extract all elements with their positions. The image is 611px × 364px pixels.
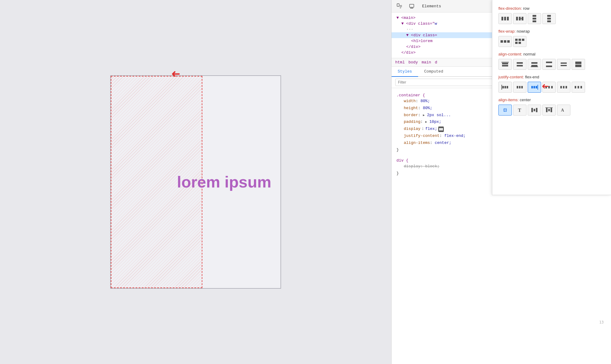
align-content-center-btn[interactable] <box>513 59 526 70</box>
justify-content-start-btn[interactable] <box>498 82 512 93</box>
svg-rect-5 <box>441 128 442 130</box>
css-selector-container[interactable]: .container { <box>396 93 425 98</box>
preview-container: ➜ lorem ipsum <box>110 75 281 289</box>
align-items-center-btn[interactable] <box>528 105 541 116</box>
svg-rect-22 <box>507 40 510 43</box>
svg-rect-39 <box>561 65 567 66</box>
device-icon[interactable] <box>407 2 416 10</box>
flex-wrap-icons <box>498 36 605 47</box>
justify-content-section: justify-content: flex-end ➜ <box>498 75 605 93</box>
svg-rect-25 <box>522 39 524 41</box>
inspector-icon[interactable] <box>395 2 404 10</box>
svg-rect-71 <box>551 108 552 112</box>
svg-rect-43 <box>502 86 504 88</box>
flex-direction-row-reverse-btn[interactable] <box>513 13 526 24</box>
flex-wrap-wrap-btn[interactable] <box>513 36 526 47</box>
svg-rect-34 <box>531 65 537 66</box>
flex-direction-column-reverse-btn[interactable] <box>542 13 556 24</box>
flex-direction-section: flex-direction: row <box>498 6 605 24</box>
tab-styles[interactable]: Styles <box>392 67 418 77</box>
justify-content-icons: ➜ <box>498 82 605 93</box>
svg-rect-47 <box>519 86 521 88</box>
svg-rect-56 <box>560 86 562 88</box>
svg-rect-57 <box>563 86 565 88</box>
svg-rect-48 <box>521 86 523 88</box>
svg-rect-44 <box>504 86 506 88</box>
svg-rect-15 <box>533 18 536 20</box>
svg-rect-9 <box>507 17 509 20</box>
svg-rect-18 <box>547 18 551 20</box>
lorem-text: lorem ipsum <box>177 173 271 191</box>
svg-rect-60 <box>578 86 579 88</box>
flex-wrap-label: flex-wrap: nowrap <box>498 29 605 34</box>
svg-rect-70 <box>548 109 550 111</box>
svg-rect-37 <box>546 66 552 67</box>
justify-content-space-around-btn[interactable] <box>557 82 570 93</box>
align-content-space-between-btn[interactable] <box>542 59 556 70</box>
css-selector-div[interactable]: div { <box>396 158 408 163</box>
align-content-stretch-btn[interactable] <box>572 59 585 70</box>
align-content-value: normal <box>523 52 536 56</box>
flex-direction-icons <box>498 13 605 24</box>
svg-rect-0 <box>397 4 399 6</box>
align-content-label: align-content: normal <box>498 52 605 56</box>
align-content-start-btn[interactable] <box>498 59 512 70</box>
breadcrumb-body[interactable]: body <box>408 60 418 65</box>
svg-rect-31 <box>517 62 523 64</box>
preview-area: ➜ lorem ipsum <box>0 0 391 364</box>
svg-rect-46 <box>517 86 518 88</box>
svg-rect-41 <box>575 65 581 67</box>
align-items-value: center <box>520 98 531 102</box>
line-number: 13 <box>599 320 604 324</box>
flex-direction-row-btn[interactable] <box>498 13 512 24</box>
arrow-flex-end-icon: ➜ <box>542 81 549 91</box>
align-items-flex-end-btn[interactable] <box>542 105 556 116</box>
flex-direction-value: row <box>523 6 530 11</box>
svg-rect-32 <box>517 65 523 66</box>
svg-rect-4 <box>439 128 440 130</box>
flex-panel: flex-direction: row flex-wrap: n <box>492 0 611 195</box>
justify-content-label: justify-content: flex-end <box>498 75 605 79</box>
svg-rect-61 <box>580 86 582 88</box>
flex-wrap-nowrap-btn[interactable] <box>498 36 512 47</box>
align-items-section: align-items: center T <box>498 98 605 116</box>
svg-rect-8 <box>504 17 506 20</box>
svg-rect-23 <box>515 39 518 41</box>
breadcrumb-d[interactable]: d <box>435 60 437 65</box>
svg-rect-67 <box>534 109 535 111</box>
svg-rect-7 <box>501 17 503 20</box>
tab-computed[interactable]: Computed <box>418 67 449 77</box>
svg-rect-30 <box>502 65 508 66</box>
justify-content-space-evenly-btn[interactable] <box>572 82 585 93</box>
svg-rect-49 <box>531 86 533 88</box>
svg-rect-55 <box>551 86 553 88</box>
flex-direction-label: flex-direction: row <box>498 6 605 11</box>
align-items-flex-start-btn[interactable]: T <box>513 105 526 116</box>
svg-rect-16 <box>533 20 536 22</box>
align-content-end-btn[interactable] <box>528 59 541 70</box>
justify-content-flex-end-btn[interactable] <box>528 82 541 93</box>
align-content-space-around-btn[interactable] <box>557 59 570 70</box>
svg-rect-40 <box>575 62 581 64</box>
arrow-preview-icon: ➜ <box>171 67 180 80</box>
svg-rect-21 <box>504 40 506 43</box>
breadcrumb-html[interactable]: html <box>395 60 405 65</box>
justify-content-center-btn[interactable] <box>513 82 526 93</box>
flex-badge-icon[interactable] <box>438 127 444 132</box>
flex-wrap-section: flex-wrap: nowrap <box>498 29 605 47</box>
align-items-stretch-btn[interactable] <box>498 105 512 116</box>
align-content-section: align-content: normal <box>498 52 605 70</box>
svg-rect-27 <box>519 42 521 44</box>
svg-rect-68 <box>536 108 537 112</box>
svg-rect-69 <box>546 108 548 112</box>
svg-rect-20 <box>501 40 503 43</box>
align-items-label: align-items: center <box>498 98 605 102</box>
svg-rect-24 <box>519 39 521 41</box>
elements-tab[interactable]: Elements <box>420 3 443 10</box>
svg-rect-19 <box>547 20 551 22</box>
svg-rect-36 <box>546 62 552 63</box>
svg-rect-26 <box>515 42 518 44</box>
flex-direction-column-btn[interactable] <box>528 13 541 24</box>
align-items-baseline-btn[interactable]: A <box>557 105 570 116</box>
breadcrumb-main[interactable]: main <box>421 60 431 65</box>
